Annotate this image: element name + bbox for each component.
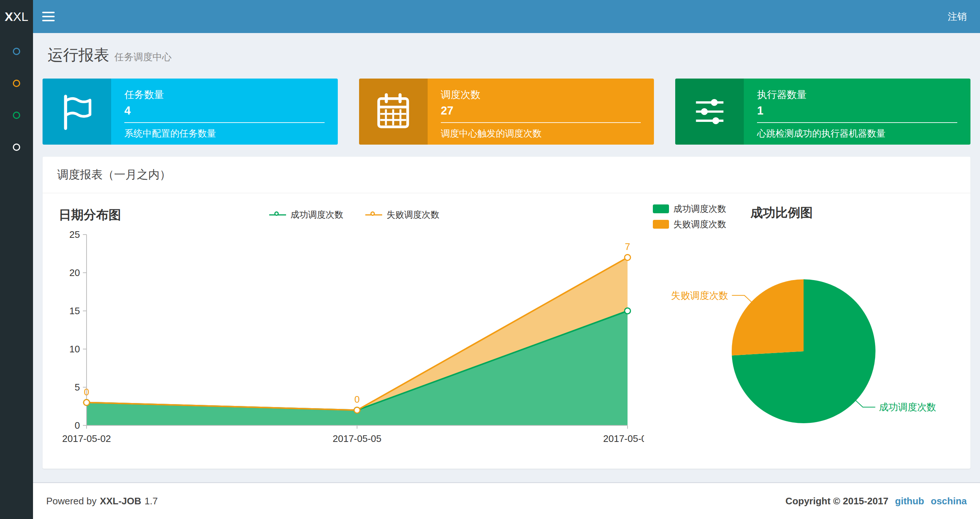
flag-icon	[43, 78, 111, 145]
svg-text:2017-05-08: 2017-05-08	[603, 433, 644, 444]
hamburger-icon	[42, 16, 55, 17]
sidebar-item-executors[interactable]	[0, 131, 33, 163]
info-box-value: 1	[757, 104, 957, 117]
line-chart-legend: 成功调度次数 失败调度次数	[57, 209, 651, 220]
svg-text:20: 20	[69, 267, 80, 278]
info-box-body: 执行器数量 1 心跳检测成功的执行器机器数量	[744, 78, 970, 145]
page-subtitle: 任务调度中心	[115, 51, 172, 64]
logo-text: XL	[13, 10, 29, 24]
date-distribution-chart: 05101520252017-05-022017-05-052017-05-08…	[57, 227, 644, 447]
github-link[interactable]: github	[895, 495, 924, 507]
hamburger-icon	[42, 12, 55, 13]
svg-text:0: 0	[75, 420, 80, 431]
svg-text:2017-05-02: 2017-05-02	[62, 433, 111, 444]
panel-title: 调度报表（一月之内）	[43, 157, 970, 193]
info-box-title: 调度次数	[441, 88, 641, 101]
pie-chart-legend: 成功调度次数 失败调度次数	[653, 203, 726, 230]
legend-item-fail[interactable]: 失败调度次数	[653, 219, 726, 230]
svg-text:2017-05-05: 2017-05-05	[332, 433, 382, 444]
svg-text:失败调度次数: 失败调度次数	[671, 290, 729, 301]
legend-label: 成功调度次数	[673, 203, 726, 215]
page-title: 运行报表	[48, 45, 109, 65]
circle-icon	[13, 48, 20, 55]
copyright: Copyright © 2015-2017 github oschina	[786, 495, 967, 507]
brand-name: XXL-JOB	[100, 495, 141, 507]
sidebar-toggle-button[interactable]	[33, 0, 64, 33]
info-box-body: 任务数量 4 系统中配置的任务数量	[111, 78, 338, 145]
date-distribution-chart-block: 日期分布图 成功调度次数 失败调度次数 0510152	[57, 203, 651, 452]
info-box-job-count: 任务数量 4 系统中配置的任务数量	[43, 78, 338, 145]
legend-line-marker	[269, 214, 286, 216]
page-header: 运行报表 任务调度中心	[43, 33, 970, 78]
info-box-value: 4	[124, 104, 325, 117]
divider	[441, 122, 641, 123]
pie-chart-title: 成功比例图	[750, 204, 813, 221]
calendar-icon	[359, 78, 428, 145]
svg-text:成功调度次数: 成功调度次数	[879, 402, 936, 412]
svg-text:0: 0	[354, 394, 360, 405]
legend-circle-marker	[371, 211, 375, 216]
info-box-title: 执行器数量	[757, 88, 957, 101]
version: 1.7	[145, 495, 158, 507]
sidebar-nav	[0, 33, 33, 519]
divider	[124, 122, 325, 123]
svg-text:7: 7	[625, 241, 630, 252]
info-box-desc: 系统中配置的任务数量	[124, 127, 325, 139]
legend-label: 失败调度次数	[387, 209, 439, 220]
panel-body: 日期分布图 成功调度次数 失败调度次数 0510152	[43, 193, 970, 469]
success-ratio-chart: 成功调度次数失败调度次数	[651, 230, 974, 450]
legend-swatch	[653, 220, 669, 229]
circle-icon	[13, 80, 20, 87]
content-area: 运行报表 任务调度中心 任务数量 4 系统中配置的任务数量	[33, 33, 980, 482]
info-box-desc: 调度中心触发的调度次数	[441, 127, 641, 139]
legend-swatch	[653, 204, 669, 213]
sidebar-item-jobs[interactable]	[0, 67, 33, 99]
report-panel: 调度报表（一月之内） 日期分布图 成功调度次数 失败调	[43, 157, 970, 469]
circle-icon	[13, 112, 20, 119]
main-area: 运行报表 任务调度中心 任务数量 4 系统中配置的任务数量	[33, 33, 980, 519]
logo-text-bold: X	[5, 10, 13, 24]
pie-chart-header: 成功调度次数 失败调度次数 成功比例图	[651, 203, 974, 230]
page-footer: Powered by XXL-JOB 1.7 Copyright © 2015-…	[33, 482, 980, 519]
hamburger-icon	[42, 20, 55, 21]
sidebar-item-report[interactable]	[0, 35, 33, 67]
line-chart-header: 日期分布图 成功调度次数 失败调度次数	[57, 203, 651, 227]
info-box-trigger-count: 调度次数 27 调度中心触发的调度次数	[359, 78, 654, 145]
summary-boxes-row: 任务数量 4 系统中配置的任务数量	[43, 78, 970, 145]
svg-text:15: 15	[69, 305, 80, 316]
app-logo[interactable]: XXL	[0, 0, 33, 33]
legend-circle-marker	[274, 211, 279, 216]
svg-text:5: 5	[75, 382, 80, 393]
logout-button[interactable]: 注销	[934, 0, 980, 33]
info-box-executor-count: 执行器数量 1 心跳检测成功的执行器机器数量	[675, 78, 970, 145]
legend-item-success[interactable]: 成功调度次数	[653, 203, 726, 215]
copyright-text: Copyright © 2015-2017	[786, 495, 889, 507]
success-ratio-chart-block: 成功调度次数 失败调度次数 成功比例图 成功调度次数失败调度次数	[651, 203, 974, 452]
top-navbar: XXL 注销	[0, 0, 980, 33]
svg-text:0: 0	[84, 386, 89, 398]
legend-item-success[interactable]: 成功调度次数	[269, 209, 343, 220]
legend-line-marker	[365, 214, 382, 216]
legend-item-fail[interactable]: 失败调度次数	[365, 209, 439, 220]
info-box-value: 27	[441, 104, 641, 117]
powered-by: Powered by XXL-JOB 1.7	[46, 495, 158, 507]
svg-text:10: 10	[69, 343, 80, 355]
legend-label: 成功调度次数	[291, 209, 343, 220]
info-box-title: 任务数量	[124, 88, 325, 101]
svg-text:25: 25	[69, 229, 80, 240]
info-box-desc: 心跳检测成功的执行器机器数量	[757, 127, 957, 139]
sliders-icon	[675, 78, 744, 145]
info-box-body: 调度次数 27 调度中心触发的调度次数	[428, 78, 654, 145]
circle-icon	[13, 144, 20, 151]
powered-prefix: Powered by	[46, 495, 97, 507]
oschina-link[interactable]: oschina	[931, 495, 967, 507]
sidebar-item-logs[interactable]	[0, 99, 33, 131]
divider	[757, 122, 957, 123]
legend-label: 失败调度次数	[673, 219, 726, 230]
